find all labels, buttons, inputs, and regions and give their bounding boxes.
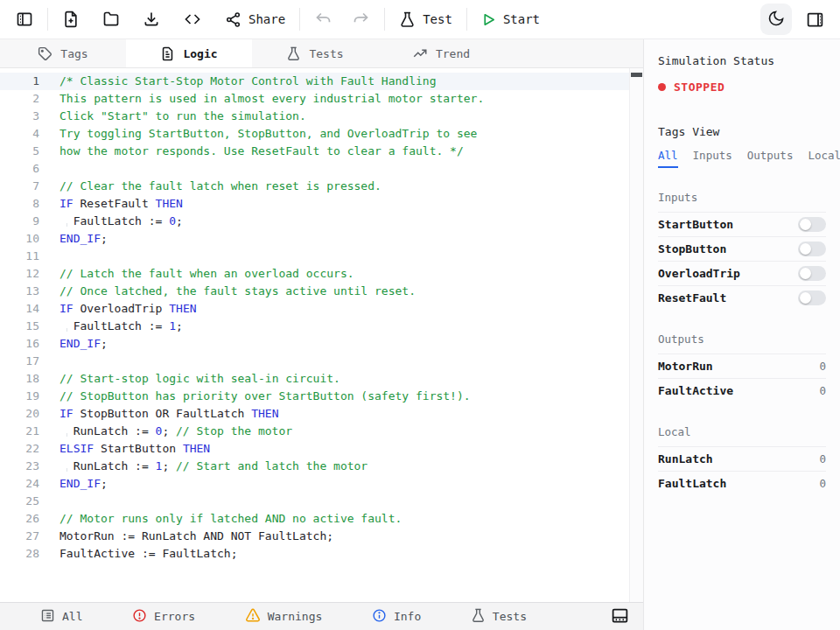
code-text: RunLatch := 0; // Stop the motor — [39, 423, 292, 440]
tag-section: Outputs MotorRun 0 FaultActive 0 — [658, 332, 826, 402]
redo-button[interactable] — [348, 7, 374, 32]
code-line: 28 FaultActive := FaultLatch; — [0, 545, 643, 563]
tab-tests[interactable]: Tests — [252, 39, 378, 67]
tag-section: Local RunLatch 0 FaultLatch 0 — [658, 425, 826, 495]
code-text: // StopButton has priority over StartBut… — [39, 388, 471, 405]
statusbar-info-filter[interactable]: Info — [372, 607, 421, 626]
code-line: 15 FaultLatch := 1; — [0, 318, 643, 335]
code-text: // Clear the fault latch when reset is p… — [39, 178, 382, 195]
code-text: This pattern is used in almost every ind… — [39, 90, 484, 108]
tag-name: StopButton — [658, 242, 726, 256]
line-number: 13 — [0, 283, 39, 300]
line-number: 24 — [0, 475, 39, 493]
line-number: 12 — [0, 265, 39, 283]
tag-row: ResetFault — [658, 285, 826, 310]
tag-value: 0 — [819, 452, 826, 466]
view-tab-local[interactable]: Local — [808, 149, 840, 168]
tag-section-title: Local — [658, 425, 826, 438]
code-text: // Once latched, the fault stays active … — [39, 283, 416, 300]
code-line: 7 // Clear the fault latch when reset is… — [0, 178, 643, 195]
code-text: END_IF; — [39, 335, 108, 353]
statusbar-all-filter[interactable]: All — [40, 607, 82, 626]
dark-mode-toggle-button[interactable] — [760, 4, 792, 35]
line-number: 2 — [0, 90, 39, 108]
toolbar: Share Test — [0, 0, 840, 39]
code-line: 24 END_IF; — [0, 475, 643, 493]
tag-icon — [38, 46, 52, 61]
tab-logic-label: Logic — [183, 47, 217, 60]
code-line: 17 — [0, 353, 643, 370]
tag-toggle[interactable] — [798, 290, 826, 305]
code-line: 14 IF OverloadTrip THEN — [0, 300, 643, 318]
tag-row: StopButton — [658, 236, 826, 261]
view-tab-outputs[interactable]: Outputs — [747, 149, 794, 168]
code-view-button[interactable] — [179, 7, 206, 32]
tag-row: RunLatch 0 — [658, 446, 826, 471]
tab-tags[interactable]: Tags — [0, 39, 126, 67]
line-number: 11 — [0, 248, 39, 265]
statusbar-errors-filter[interactable]: Errors — [132, 607, 195, 626]
code-line: 18 // Start-stop logic with seal-in circ… — [0, 370, 643, 388]
test-button[interactable]: Test — [396, 8, 456, 32]
code-text — [39, 353, 60, 370]
toggle-knob-icon — [800, 292, 811, 304]
code-line: 16 END_IF; — [0, 335, 643, 353]
scrollbar-thumb[interactable] — [631, 73, 642, 77]
code-text: IF StopButton OR FaultLatch THEN — [39, 405, 278, 423]
warning-icon — [245, 607, 261, 626]
folder-icon — [102, 10, 120, 28]
start-button[interactable]: Start — [478, 9, 543, 31]
code-icon — [183, 10, 202, 28]
code-text: // Latch the fault when an overload occu… — [39, 265, 354, 283]
tag-value: 0 — [819, 477, 826, 490]
tab-logic[interactable]: Logic — [126, 39, 252, 67]
share-button[interactable]: Share — [221, 8, 289, 32]
view-tab-inputs[interactable]: Inputs — [693, 149, 732, 168]
statusbar-warnings-filter[interactable]: Warnings — [245, 607, 323, 626]
tag-name: RunLatch — [658, 452, 713, 466]
flask-icon — [471, 608, 486, 626]
download-button[interactable] — [139, 7, 164, 32]
code-text: Try toggling StartButton, StopButton, an… — [39, 125, 477, 143]
new-file-button[interactable] — [59, 7, 83, 32]
code-text: END_IF; — [39, 475, 108, 493]
tag-toggle[interactable] — [798, 266, 826, 281]
code-text: MotorRun := RunLatch AND NOT FaultLatch; — [39, 528, 333, 545]
line-number: 28 — [0, 545, 39, 563]
line-number: 17 — [0, 353, 39, 370]
tag-row: FaultLatch 0 — [658, 471, 826, 495]
tab-trend[interactable]: Trend — [378, 39, 504, 67]
editor-scrollbar[interactable] — [629, 68, 643, 602]
tag-name: MotorRun — [658, 360, 713, 373]
play-icon — [481, 12, 496, 27]
toggle-bottom-panel-button[interactable] — [611, 606, 629, 627]
statusbar-tests-filter[interactable]: Tests — [471, 607, 527, 626]
share-icon — [225, 11, 242, 28]
line-number: 6 — [0, 160, 39, 178]
code-line: 6 — [0, 160, 643, 178]
statusbar-all-label: All — [62, 610, 82, 623]
tag-toggle[interactable] — [798, 242, 826, 256]
open-folder-button[interactable] — [99, 7, 123, 32]
tag-name: OverloadTrip — [658, 267, 740, 280]
download-icon — [143, 10, 160, 28]
line-number: 8 — [0, 195, 39, 213]
editor-tab-bar: Tags Logic Tests — [0, 39, 643, 68]
code-text: Click "Start" to run the simulation. — [39, 108, 306, 125]
line-number: 21 — [0, 423, 39, 440]
line-number: 26 — [0, 510, 39, 528]
line-number: 20 — [0, 405, 39, 423]
code-editor[interactable]: 1 /* Classic Start-Stop Motor Control wi… — [0, 68, 643, 602]
code-line: 20 IF StopButton OR FaultLatch THEN — [0, 405, 643, 423]
tab-tests-label: Tests — [309, 47, 343, 60]
tag-toggle[interactable] — [798, 217, 826, 232]
undo-button[interactable] — [311, 7, 336, 32]
moon-icon — [767, 10, 785, 30]
view-tab-all[interactable]: All — [658, 149, 678, 168]
toggle-left-panel-button[interactable] — [12, 7, 37, 32]
tags-view-tabs: AllInputsOutputsLocal — [658, 149, 826, 168]
toggle-right-panel-button[interactable] — [802, 7, 828, 32]
line-number: 1 — [0, 73, 39, 90]
line-number: 9 — [0, 213, 39, 230]
panel-left-icon — [16, 10, 33, 28]
